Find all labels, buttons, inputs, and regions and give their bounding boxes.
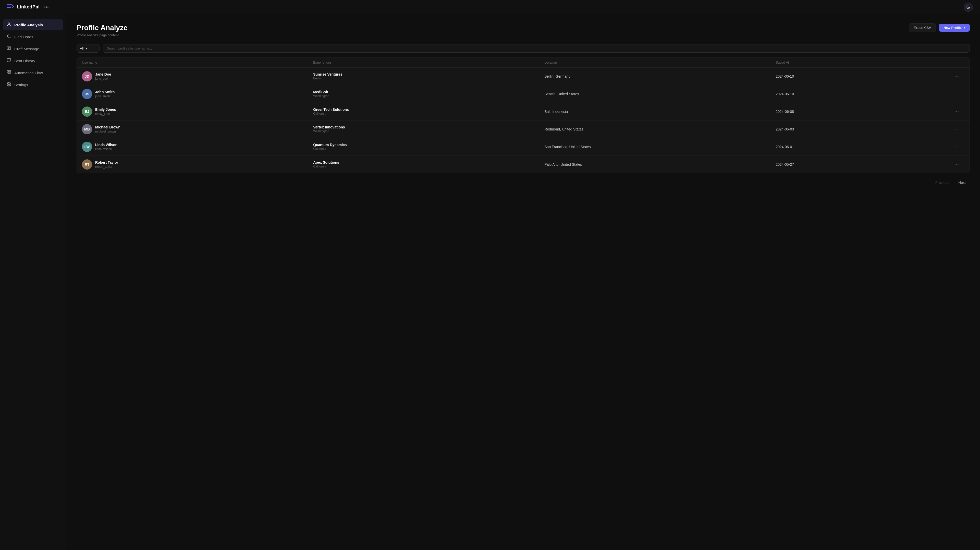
avatar-initials: LW [84,145,90,149]
filter-select[interactable]: All ▾ [76,44,100,53]
page-title-block: Profile Analyze Profile Analyze page con… [76,24,127,37]
user-name: Linda Wilson [95,142,118,147]
table-row[interactable]: JD Jane Doe jane_doe Sunrise Ventures Be… [77,68,969,85]
experience-cell: Vertex Innovations Washington [313,125,544,133]
page-subtitle: Profile Analyze page content [76,33,127,37]
craft-message-icon [6,46,11,52]
table-header: Username Experiences Location Saved At [77,57,969,68]
avatar-initials: EJ [85,110,89,114]
sidebar-label-settings: Settings [14,83,28,87]
location-cell: Seattle, United States [544,92,776,96]
sidebar-item-sent-history[interactable]: Sent History [3,56,63,66]
svg-rect-11 [7,73,8,74]
chevron-down-icon: ▾ [964,26,965,29]
user-cell: RT Robert Taylor robert_taylor [82,159,313,169]
theme-toggle-button[interactable] [964,3,973,12]
user-handle: john_smith [95,94,115,98]
user-info: John Smith john_smith [95,89,115,98]
user-name: Emily Jones [95,107,116,112]
app-badge: Beta [43,6,49,9]
table-row[interactable]: RT Robert Taylor robert_taylor Apex Solu… [77,156,969,173]
new-profile-button[interactable]: New Profile ▾ [939,24,970,32]
row-more-button[interactable]: ··· [949,73,964,80]
col-location: Location [544,61,776,64]
topbar-right [964,3,973,12]
exp-name: Quantum Dynamics [313,143,544,147]
row-more-button[interactable]: ··· [949,161,964,168]
export-csv-button[interactable]: Export CSV [909,24,936,32]
saved-at-cell: 2024-06-08 [776,110,949,114]
logo: LinkedPal Beta [7,3,48,11]
row-more-button[interactable]: ··· [949,125,964,133]
new-profile-label: New Profile [943,26,962,30]
table-row[interactable]: EJ Emily Jones emily_jones GreenTech Sol… [77,103,969,121]
saved-at-cell: 2024-05-27 [776,163,949,166]
table-row[interactable]: MB Michael Brown michael_brown Vertex In… [77,121,969,138]
experience-cell: Apex Solutions California [313,160,544,168]
user-cell: LW Linda Wilson linda_wilson [82,142,313,152]
user-info: Michael Brown michael_brown [95,125,121,133]
col-experiences: Experiences [313,61,544,64]
user-name: Michael Brown [95,125,121,129]
sidebar-label-profile-analysis: Profile Analysis [14,23,43,27]
logo-icon [7,3,14,11]
sidebar-item-profile-analysis[interactable]: Profile Analysis [3,19,63,30]
exp-name: Apex Solutions [313,160,544,164]
main-content: Profile Analyze Profile Analyze page con… [66,14,980,550]
sidebar-label-craft-message: Craft Message [14,47,39,51]
user-cell: JD Jane Doe jane_doe [82,71,313,81]
svg-point-4 [7,35,10,38]
next-button[interactable]: Next [955,179,969,186]
user-handle: linda_wilson [95,147,118,151]
row-more-button[interactable]: ··· [949,108,964,115]
svg-line-5 [10,37,11,38]
exp-sublocation: Washington [313,94,544,98]
exp-sublocation: Washington [313,129,544,133]
saved-at-cell: 2024-06-10 [776,74,949,78]
svg-point-3 [8,23,10,24]
sidebar-item-settings[interactable]: Settings [3,80,63,90]
user-name: Robert Taylor [95,160,118,165]
row-more-button[interactable]: ··· [949,143,964,150]
avatar: JD [82,71,92,81]
svg-rect-2 [7,7,11,8]
saved-at-cell: 2024-06-03 [776,127,949,131]
sidebar-item-craft-message[interactable]: Craft Message [3,43,63,54]
exp-name: GreenTech Solutions [313,107,544,112]
exp-name: Sunrise Ventures [313,72,544,77]
experience-cell: Sunrise Ventures Berlin [313,72,544,80]
location-cell: Redmond, United States [544,127,776,131]
sent-history-icon [6,58,11,64]
search-input[interactable] [103,44,970,53]
avatar: MB [82,124,92,134]
automation-flow-icon [6,70,11,76]
avatar-initials: JD [85,74,89,78]
user-handle: robert_taylor [95,165,118,169]
profiles-table: Username Experiences Location Saved At J… [76,57,970,174]
row-more-button[interactable]: ··· [949,90,964,97]
user-handle: emily_jones [95,112,116,116]
table-row[interactable]: LW Linda Wilson linda_wilson Quantum Dyn… [77,138,969,156]
sidebar-label-automation-flow: Automation Flow [14,71,43,75]
user-cell: JS John Smith john_smith [82,89,313,99]
avatar: EJ [82,107,92,117]
filter-value: All [80,46,83,50]
user-info: Emily Jones emily_jones [95,107,116,116]
exp-sublocation: Berlin [313,77,544,80]
sidebar-label-find-leads: Find Leads [14,35,33,39]
sidebar: Profile Analysis Find Leads Craft Messag… [0,14,66,550]
user-handle: michael_brown [95,130,121,133]
svg-rect-12 [10,73,11,74]
user-info: Robert Taylor robert_taylor [95,160,118,169]
location-cell: Berlin, Germany [544,74,776,78]
exp-sublocation: California [313,147,544,151]
saved-at-cell: 2024-06-10 [776,92,949,96]
table-row[interactable]: JS John Smith john_smith MediSoft Washin… [77,85,969,103]
user-handle: jane_doe [95,77,111,80]
sidebar-item-automation-flow[interactable]: Automation Flow [3,67,63,78]
user-name: Jane Doe [95,72,111,77]
sidebar-item-find-leads[interactable]: Find Leads [3,32,63,42]
previous-button[interactable]: Previous [932,179,952,186]
svg-rect-0 [7,4,12,5]
experience-cell: MediSoft Washington [313,90,544,98]
